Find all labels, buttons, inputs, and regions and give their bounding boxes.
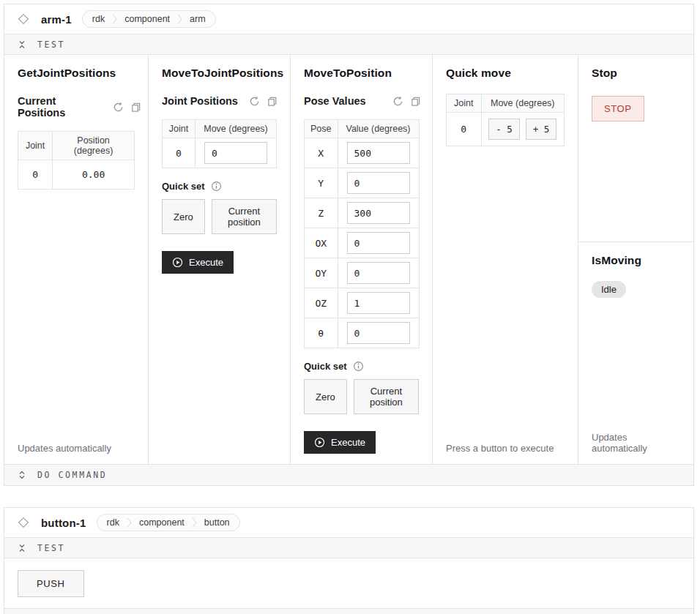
zero-button[interactable]: Zero (162, 199, 205, 234)
move-to-position-panel: MoveToPosition Pose Values Pose Value (d… (291, 55, 433, 464)
play-circle-icon (314, 437, 325, 448)
pose-oy-input[interactable] (347, 262, 410, 284)
table-row: 0 0.00 (18, 160, 135, 190)
pose-label: Y (305, 168, 338, 198)
joint-0-move-input[interactable] (204, 142, 267, 164)
refresh-icon[interactable] (113, 102, 124, 113)
panel-title: Quick move (446, 67, 511, 80)
column-header: Joint (447, 94, 482, 113)
quick-move-panel: Quick move Joint Move (degrees) 0 - 5 + … (433, 55, 578, 464)
refresh-icon[interactable] (392, 96, 403, 107)
pose-ox-input[interactable] (347, 232, 410, 254)
panel-status-text: Updates automatically (592, 423, 680, 454)
breadcrumb-segment: button (204, 517, 230, 528)
table-row: OZ (305, 288, 420, 318)
do-command-section-header[interactable]: DO COMMAND (4, 608, 693, 614)
info-icon[interactable] (353, 361, 364, 372)
panel-title: GetJointPositions (18, 67, 116, 80)
refresh-icon[interactable] (249, 96, 260, 107)
move-to-joint-positions-panel: MoveToJointPositions Joint Positions Joi… (149, 55, 291, 464)
stop-panel: Stop STOP (578, 55, 693, 242)
zero-button[interactable]: Zero (304, 379, 347, 414)
joint-positions-table: Joint Move (degrees) 0 (162, 119, 277, 168)
joint-index: 0 (447, 113, 482, 146)
chevron-right-icon (127, 517, 132, 528)
breadcrumb-segment: rdk (107, 517, 119, 528)
execute-button-label: Execute (331, 437, 365, 448)
copy-icon[interactable] (410, 96, 421, 107)
table-row: 0 (163, 138, 277, 168)
breadcrumb-segment: component (124, 14, 170, 24)
copy-icon[interactable] (267, 96, 278, 107)
control-page: arm-1 rdk component arm TEST GetJointPos… (4, 4, 694, 614)
pose-values-header: Pose Values (304, 95, 421, 107)
joint-positions-header: Joint Positions (162, 95, 278, 107)
table-row: θ (305, 318, 420, 348)
joint-position-value: 0.00 (53, 160, 135, 190)
chevron-right-icon (192, 517, 197, 528)
table-row: Z (305, 198, 420, 228)
test-section-label: TEST (37, 543, 65, 553)
pose-theta-input[interactable] (347, 322, 410, 344)
test-section-header[interactable]: TEST (4, 34, 693, 55)
pose-label: OY (305, 258, 338, 288)
table-row: 0 - 5 + 5 (447, 113, 565, 146)
move-minus-5-button[interactable]: - 5 (488, 119, 520, 140)
component-name: arm-1 (41, 13, 72, 26)
column-header: Position (degrees) (53, 132, 135, 160)
execute-button[interactable]: Execute (304, 431, 376, 454)
quick-set-row: Quick set (304, 361, 364, 372)
pose-z-input[interactable] (347, 202, 410, 224)
arm-test-panels: GetJointPositions Current Positions Join… (4, 55, 693, 464)
execute-button[interactable]: Execute (162, 251, 234, 274)
joint-index: 0 (163, 138, 196, 168)
pose-x-input[interactable] (347, 142, 410, 164)
breadcrumb-segment: component (139, 517, 185, 528)
pose-oz-input[interactable] (347, 292, 410, 314)
execute-button-label: Execute (189, 257, 223, 268)
table-row: Y (305, 168, 420, 198)
table-row: OX (305, 228, 420, 258)
pose-label: X (305, 138, 338, 168)
arm-card-header: arm-1 rdk component arm (4, 4, 693, 34)
subpanel-title: Joint Positions (162, 95, 238, 107)
push-button[interactable]: PUSH (18, 570, 84, 597)
panel-title: Stop (592, 67, 617, 80)
panel-title: MoveToJointPositions (162, 67, 283, 80)
table-row: X (305, 138, 420, 168)
component-diamond-icon (18, 14, 29, 24)
pose-label: OX (305, 228, 338, 258)
pose-y-input[interactable] (347, 172, 410, 194)
panel-status-text: Press a button to execute (446, 434, 554, 454)
quick-set-label: Quick set (304, 361, 347, 372)
play-circle-icon (172, 257, 183, 268)
current-position-button[interactable]: Current position (354, 379, 419, 414)
arm-component-card: arm-1 rdk component arm TEST GetJointPos… (4, 4, 694, 486)
subpanel-title: Pose Values (304, 95, 366, 107)
collapse-icon (17, 40, 27, 50)
stop-button[interactable]: STOP (592, 96, 644, 121)
breadcrumb-segment: rdk (92, 14, 105, 24)
button-test-panel: PUSH (4, 558, 693, 608)
pose-label: OZ (305, 288, 338, 318)
column-header: Joint (163, 120, 196, 138)
joint-index: 0 (18, 160, 53, 190)
move-plus-5-button[interactable]: + 5 (526, 119, 557, 140)
current-position-button[interactable]: Current position (212, 199, 277, 234)
quick-set-row: Quick set (162, 181, 222, 192)
quick-move-table: Joint Move (degrees) 0 - 5 + 5 (446, 94, 565, 146)
chevron-right-icon (112, 13, 117, 25)
pose-values-table: Pose Value (degrees) X Y Z (304, 119, 420, 348)
pose-label: Z (305, 198, 338, 228)
column-header: Move (degrees) (196, 120, 277, 138)
column-header: Pose (305, 120, 338, 138)
test-section-header[interactable]: TEST (4, 537, 693, 558)
info-icon[interactable] (211, 181, 222, 192)
column-header: Joint (18, 132, 53, 160)
test-section-label: TEST (37, 40, 65, 50)
do-command-section-header[interactable]: DO COMMAND (4, 464, 693, 485)
breadcrumb: rdk component button (97, 514, 240, 531)
do-command-section-label: DO COMMAND (37, 470, 107, 480)
copy-icon[interactable] (130, 102, 141, 113)
status-badge: Idle (592, 281, 626, 298)
